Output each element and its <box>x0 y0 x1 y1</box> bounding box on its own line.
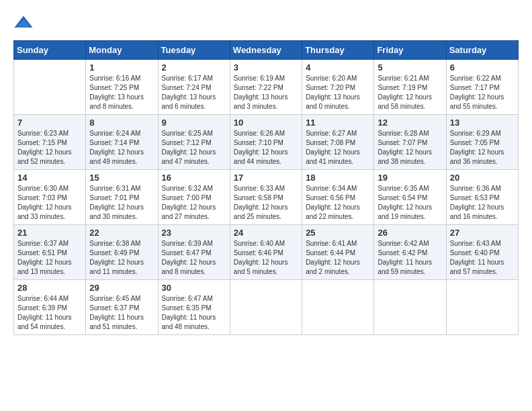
calendar-cell <box>374 280 446 335</box>
day-info: Sunrise: 6:21 AM Sunset: 7:19 PM Dayligh… <box>378 74 442 111</box>
calendar-cell: 2Sunrise: 6:17 AM Sunset: 7:24 PM Daylig… <box>158 60 230 115</box>
day-number: 7 <box>17 118 82 128</box>
day-number: 22 <box>89 228 154 238</box>
calendar-table: SundayMondayTuesdayWednesdayThursdayFrid… <box>13 40 519 335</box>
day-number: 24 <box>234 228 298 238</box>
day-number: 25 <box>306 228 370 238</box>
day-number: 28 <box>17 283 82 293</box>
calendar-week-3: 21Sunrise: 6:37 AM Sunset: 6:51 PM Dayli… <box>14 225 519 280</box>
day-number: 4 <box>306 62 370 73</box>
day-info: Sunrise: 6:20 AM Sunset: 7:20 PM Dayligh… <box>306 74 370 111</box>
calendar-cell: 22Sunrise: 6:38 AM Sunset: 6:49 PM Dayli… <box>86 225 158 280</box>
day-number: 14 <box>17 173 82 183</box>
calendar-cell: 13Sunrise: 6:29 AM Sunset: 7:05 PM Dayli… <box>446 115 518 170</box>
day-info: Sunrise: 6:26 AM Sunset: 7:10 PM Dayligh… <box>234 129 298 167</box>
day-info: Sunrise: 6:25 AM Sunset: 7:12 PM Dayligh… <box>162 129 226 167</box>
calendar-cell: 28Sunrise: 6:44 AM Sunset: 6:39 PM Dayli… <box>14 280 86 335</box>
day-number: 26 <box>378 228 442 238</box>
calendar-cell: 10Sunrise: 6:26 AM Sunset: 7:10 PM Dayli… <box>230 115 302 170</box>
calendar-cell: 3Sunrise: 6:19 AM Sunset: 7:22 PM Daylig… <box>230 60 302 115</box>
day-number: 1 <box>89 62 154 73</box>
day-info: Sunrise: 6:44 AM Sunset: 6:39 PM Dayligh… <box>17 294 82 332</box>
day-info: Sunrise: 6:36 AM Sunset: 6:53 PM Dayligh… <box>450 184 515 222</box>
day-number: 19 <box>378 173 442 183</box>
weekday-header-sunday: Sunday <box>14 41 86 60</box>
day-number: 20 <box>450 173 515 183</box>
day-number: 29 <box>89 283 154 293</box>
calendar-cell: 27Sunrise: 6:43 AM Sunset: 6:40 PM Dayli… <box>446 225 518 280</box>
day-number: 23 <box>162 228 226 238</box>
calendar-cell: 14Sunrise: 6:30 AM Sunset: 7:03 PM Dayli… <box>14 170 86 225</box>
day-info: Sunrise: 6:27 AM Sunset: 7:08 PM Dayligh… <box>306 129 370 167</box>
day-number: 30 <box>162 283 226 293</box>
weekday-header-tuesday: Tuesday <box>158 41 230 60</box>
day-info: Sunrise: 6:19 AM Sunset: 7:22 PM Dayligh… <box>234 74 298 111</box>
calendar-cell <box>302 280 374 335</box>
calendar-cell: 19Sunrise: 6:35 AM Sunset: 6:54 PM Dayli… <box>374 170 446 225</box>
day-info: Sunrise: 6:38 AM Sunset: 6:49 PM Dayligh… <box>89 239 154 277</box>
day-info: Sunrise: 6:35 AM Sunset: 6:54 PM Dayligh… <box>378 184 442 222</box>
calendar-cell: 30Sunrise: 6:47 AM Sunset: 6:35 PM Dayli… <box>158 280 230 335</box>
day-info: Sunrise: 6:47 AM Sunset: 6:35 PM Dayligh… <box>162 294 226 332</box>
calendar-cell: 1Sunrise: 6:16 AM Sunset: 7:25 PM Daylig… <box>86 60 158 115</box>
day-info: Sunrise: 6:45 AM Sunset: 6:37 PM Dayligh… <box>89 294 154 332</box>
day-number: 2 <box>162 62 226 73</box>
logo-icon <box>13 13 34 34</box>
calendar-week-1: 7Sunrise: 6:23 AM Sunset: 7:15 PM Daylig… <box>14 115 519 170</box>
calendar-cell: 24Sunrise: 6:40 AM Sunset: 6:46 PM Dayli… <box>230 225 302 280</box>
day-number: 11 <box>306 118 370 128</box>
calendar-cell: 11Sunrise: 6:27 AM Sunset: 7:08 PM Dayli… <box>302 115 374 170</box>
calendar-cell: 20Sunrise: 6:36 AM Sunset: 6:53 PM Dayli… <box>446 170 518 225</box>
weekday-header-saturday: Saturday <box>446 41 518 60</box>
day-info: Sunrise: 6:17 AM Sunset: 7:24 PM Dayligh… <box>162 74 226 111</box>
calendar-week-0: 1Sunrise: 6:16 AM Sunset: 7:25 PM Daylig… <box>14 60 519 115</box>
day-info: Sunrise: 6:29 AM Sunset: 7:05 PM Dayligh… <box>450 129 515 167</box>
day-number: 8 <box>89 118 154 128</box>
calendar-cell: 7Sunrise: 6:23 AM Sunset: 7:15 PM Daylig… <box>14 115 86 170</box>
calendar-cell: 18Sunrise: 6:34 AM Sunset: 6:56 PM Dayli… <box>302 170 374 225</box>
day-info: Sunrise: 6:43 AM Sunset: 6:40 PM Dayligh… <box>450 239 515 277</box>
day-info: Sunrise: 6:37 AM Sunset: 6:51 PM Dayligh… <box>17 239 82 277</box>
day-info: Sunrise: 6:23 AM Sunset: 7:15 PM Dayligh… <box>17 129 82 167</box>
calendar-cell <box>230 280 302 335</box>
day-info: Sunrise: 6:41 AM Sunset: 6:44 PM Dayligh… <box>306 239 370 277</box>
calendar-cell: 21Sunrise: 6:37 AM Sunset: 6:51 PM Dayli… <box>14 225 86 280</box>
calendar-header: SundayMondayTuesdayWednesdayThursdayFrid… <box>14 41 519 60</box>
calendar-cell <box>446 280 518 335</box>
calendar-cell: 4Sunrise: 6:20 AM Sunset: 7:20 PM Daylig… <box>302 60 374 115</box>
logo <box>13 13 36 34</box>
day-info: Sunrise: 6:30 AM Sunset: 7:03 PM Dayligh… <box>17 184 82 222</box>
weekday-header-monday: Monday <box>86 41 158 60</box>
calendar-cell: 17Sunrise: 6:33 AM Sunset: 6:58 PM Dayli… <box>230 170 302 225</box>
calendar-cell: 5Sunrise: 6:21 AM Sunset: 7:19 PM Daylig… <box>374 60 446 115</box>
calendar-cell: 26Sunrise: 6:42 AM Sunset: 6:42 PM Dayli… <box>374 225 446 280</box>
day-number: 12 <box>378 118 442 128</box>
calendar-cell: 9Sunrise: 6:25 AM Sunset: 7:12 PM Daylig… <box>158 115 230 170</box>
calendar-cell <box>14 60 86 115</box>
day-info: Sunrise: 6:32 AM Sunset: 7:00 PM Dayligh… <box>162 184 226 222</box>
calendar-cell: 12Sunrise: 6:28 AM Sunset: 7:07 PM Dayli… <box>374 115 446 170</box>
weekday-header-friday: Friday <box>374 41 446 60</box>
calendar-cell: 16Sunrise: 6:32 AM Sunset: 7:00 PM Dayli… <box>158 170 230 225</box>
day-info: Sunrise: 6:34 AM Sunset: 6:56 PM Dayligh… <box>306 184 370 222</box>
calendar-cell: 29Sunrise: 6:45 AM Sunset: 6:37 PM Dayli… <box>86 280 158 335</box>
day-number: 17 <box>234 173 298 183</box>
day-number: 6 <box>450 62 515 73</box>
calendar-cell: 25Sunrise: 6:41 AM Sunset: 6:44 PM Dayli… <box>302 225 374 280</box>
calendar-cell: 15Sunrise: 6:31 AM Sunset: 7:01 PM Dayli… <box>86 170 158 225</box>
day-number: 13 <box>450 118 515 128</box>
calendar-week-4: 28Sunrise: 6:44 AM Sunset: 6:39 PM Dayli… <box>14 280 519 335</box>
calendar-cell: 6Sunrise: 6:22 AM Sunset: 7:17 PM Daylig… <box>446 60 518 115</box>
day-number: 16 <box>162 173 226 183</box>
day-number: 21 <box>17 228 82 238</box>
day-number: 18 <box>306 173 370 183</box>
day-number: 5 <box>378 62 442 73</box>
day-info: Sunrise: 6:28 AM Sunset: 7:07 PM Dayligh… <box>378 129 442 167</box>
day-info: Sunrise: 6:22 AM Sunset: 7:17 PM Dayligh… <box>450 74 515 111</box>
calendar-body: 1Sunrise: 6:16 AM Sunset: 7:25 PM Daylig… <box>14 60 519 335</box>
weekday-row: SundayMondayTuesdayWednesdayThursdayFrid… <box>14 41 519 60</box>
day-number: 15 <box>89 173 154 183</box>
day-number: 3 <box>234 62 298 73</box>
day-info: Sunrise: 6:40 AM Sunset: 6:46 PM Dayligh… <box>234 239 298 277</box>
calendar-week-2: 14Sunrise: 6:30 AM Sunset: 7:03 PM Dayli… <box>14 170 519 225</box>
